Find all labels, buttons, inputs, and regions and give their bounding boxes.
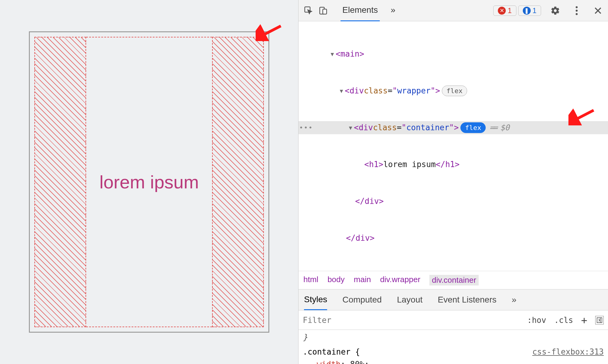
declaration[interactable]: width: 80%;: [303, 358, 604, 364]
errors-count: 1: [508, 6, 512, 15]
dom-breadcrumb[interactable]: html body main div.wrapper div.container: [299, 271, 608, 289]
dom-node-container[interactable]: ••• ▼<div class="container">flex== $0: [299, 121, 608, 134]
tab-elements[interactable]: Elements: [341, 0, 380, 21]
rule-selector[interactable]: .container {: [303, 347, 360, 356]
kebab-menu-icon[interactable]: [570, 4, 583, 17]
caret-down-icon[interactable]: ▼: [338, 87, 345, 95]
settings-icon[interactable]: [549, 4, 562, 17]
devtools-toolbar: Elements » ✕ 1 ❚ 1: [299, 0, 608, 21]
styles-panel-tabs: Styles Computed Layout Event Listeners »: [299, 289, 608, 310]
devtools-panel: Elements » ✕ 1 ❚ 1 ▼<main>: [298, 0, 608, 364]
message-icon: ❚: [523, 7, 531, 15]
annotation-arrow-badge: [568, 107, 596, 125]
breadcrumb-item[interactable]: body: [327, 275, 344, 285]
svg-point-5: [576, 9, 578, 12]
errors-chip[interactable]: ✕ 1: [493, 5, 516, 16]
flex-free-space-left: [34, 37, 86, 327]
svg-point-6: [576, 13, 578, 15]
dom-node-wrapper[interactable]: ▼<div class="wrapper">flex: [299, 84, 608, 97]
hover-toggle[interactable]: :hov: [527, 316, 546, 325]
tab-styles[interactable]: Styles: [304, 290, 327, 310]
caret-down-icon[interactable]: ▼: [329, 50, 336, 58]
breadcrumb-item[interactable]: div.wrapper: [380, 275, 420, 285]
error-icon: ✕: [498, 7, 506, 15]
inspect-element-icon[interactable]: [302, 4, 315, 17]
toggle-sidebar-icon[interactable]: [595, 316, 604, 324]
caret-down-icon[interactable]: ▼: [347, 124, 354, 132]
messages-count: 1: [533, 6, 536, 15]
panel-tabs-overflow-icon[interactable]: »: [512, 290, 517, 310]
styles-filter-bar: :hov .cls +: [299, 310, 608, 330]
svg-point-4: [576, 6, 578, 8]
flex-free-space-right: [212, 37, 264, 327]
tabs-overflow-icon[interactable]: »: [389, 0, 397, 21]
flex-badge[interactable]: flex: [442, 86, 467, 96]
breadcrumb-item[interactable]: html: [303, 275, 318, 285]
dom-node-main[interactable]: ▼<main>: [299, 47, 608, 61]
classes-toggle[interactable]: .cls: [554, 316, 573, 325]
console-reference: == $0: [489, 122, 509, 134]
dom-tree[interactable]: ▼<main> ▼<div class="wrapper">flex ••• ▼…: [299, 21, 608, 271]
breadcrumb-item[interactable]: main: [354, 275, 371, 285]
preview-heading: lorem ipsum: [100, 172, 199, 193]
device-toolbar-icon[interactable]: [317, 4, 330, 17]
flex-badge-active[interactable]: flex: [460, 122, 486, 133]
close-devtools-icon[interactable]: [592, 4, 604, 17]
messages-chip[interactable]: ❚ 1: [518, 5, 541, 16]
breadcrumb-item-selected[interactable]: div.container: [429, 275, 479, 285]
rule-container[interactable]: .container { css-flexbox:313 width: 80%;…: [303, 343, 604, 364]
styles-filter-input[interactable]: [303, 316, 519, 325]
rendered-page-viewport: lorem ipsum: [0, 0, 298, 364]
styles-pane[interactable]: } .container { css-flexbox:313 width: 80…: [299, 330, 608, 364]
tab-event-listeners[interactable]: Event Listeners: [438, 290, 497, 310]
container-element-overlay[interactable]: lorem ipsum: [29, 31, 269, 333]
tab-layout[interactable]: Layout: [397, 290, 422, 310]
rule-source-link[interactable]: css-flexbox:313: [532, 346, 604, 358]
dom-node-div-close[interactable]: </div>: [299, 195, 608, 208]
svg-rect-3: [323, 9, 327, 14]
tab-computed[interactable]: Computed: [342, 290, 382, 310]
svg-line-9: [573, 110, 594, 121]
dom-node-h1[interactable]: <h1>lorem ipsum</h1>: [299, 158, 608, 171]
drag-handle-icon[interactable]: •••: [299, 123, 313, 133]
dom-node-div-close-2[interactable]: </div>: [299, 232, 608, 245]
new-style-rule-icon[interactable]: +: [581, 314, 587, 326]
